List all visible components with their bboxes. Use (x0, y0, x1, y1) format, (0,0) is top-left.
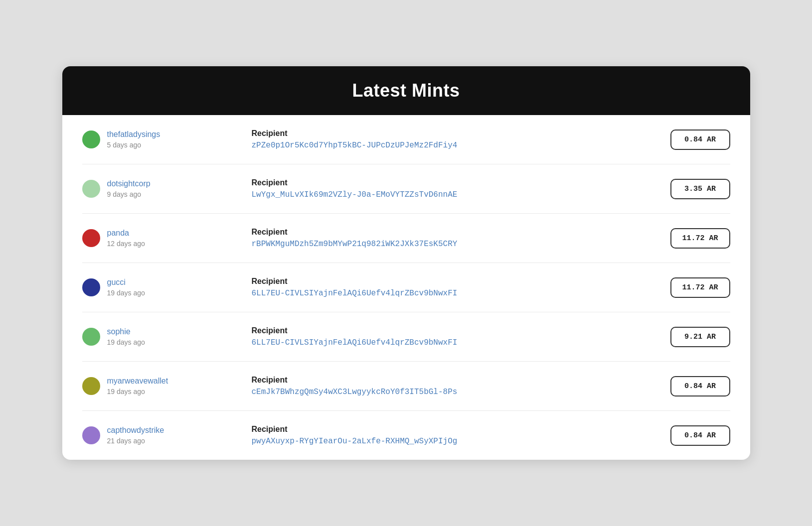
username[interactable]: panda (107, 229, 145, 238)
amount-badge: 3.35 AR (670, 179, 730, 199)
recipient-info: Recipient rBPWKMguMDzh5Zm9bMYwP21q982iWK… (212, 228, 655, 249)
page-title: Latest Mints (82, 80, 730, 101)
user-info: sophie 19 days ago (82, 327, 212, 346)
avatar (82, 278, 100, 296)
recipient-label: Recipient (252, 178, 655, 187)
user-details: sophie 19 days ago (107, 327, 145, 346)
username[interactable]: dotsightcorp (107, 179, 151, 188)
user-details: capthowdystrike 21 days ago (107, 426, 164, 445)
table-row: panda 12 days ago Recipient rBPWKMguMDzh… (82, 214, 730, 263)
recipient-label: Recipient (252, 277, 655, 286)
recipient-info: Recipient LwYgx_MuLvXIk69m2VZly-J0a-EMoV… (212, 178, 655, 199)
user-info: myarweavewallet 19 days ago (82, 377, 212, 395)
user-info: thefatladysings 5 days ago (82, 130, 212, 149)
amount-badge: 9.21 AR (670, 327, 730, 347)
recipient-address[interactable]: 6LL7EU-CIVLSIYajnFelAQi6Uefv4lqrZBcv9bNw… (252, 338, 655, 347)
recipient-info: Recipient 6LL7EU-CIVLSIYajnFelAQi6Uefv4l… (212, 326, 655, 347)
recipient-label: Recipient (252, 376, 655, 385)
amount-badge: 0.84 AR (670, 425, 730, 446)
avatar (82, 328, 100, 346)
time-ago: 19 days ago (107, 388, 168, 395)
amount-badge: 11.72 AR (670, 277, 730, 298)
recipient-info: Recipient 6LL7EU-CIVLSIYajnFelAQi6Uefv4l… (212, 277, 655, 298)
table-row: gucci 19 days ago Recipient 6LL7EU-CIVLS… (82, 263, 730, 312)
time-ago: 19 days ago (107, 289, 145, 297)
recipient-address[interactable]: LwYgx_MuLvXIk69m2VZly-J0a-EMoVYTZZsTvD6n… (252, 190, 655, 199)
table-row: thefatladysings 5 days ago Recipient zPZ… (82, 115, 730, 164)
user-details: panda 12 days ago (107, 229, 145, 248)
user-details: dotsightcorp 9 days ago (107, 179, 151, 198)
time-ago: 12 days ago (107, 240, 145, 248)
recipient-address[interactable]: cEmJk7BWhzgQmSy4wXC3LwgyykcRoY0f3IT5bGl-… (252, 388, 655, 396)
card-header: Latest Mints (62, 66, 750, 115)
user-details: myarweavewallet 19 days ago (107, 377, 168, 395)
time-ago: 19 days ago (107, 338, 145, 346)
username[interactable]: myarweavewallet (107, 377, 168, 386)
time-ago: 9 days ago (107, 190, 151, 198)
latest-mints-card: Latest Mints thefatladysings 5 days ago … (62, 66, 750, 460)
table-row: dotsightcorp 9 days ago Recipient LwYgx_… (82, 164, 730, 214)
recipient-label: Recipient (252, 425, 655, 434)
card-body: thefatladysings 5 days ago Recipient zPZ… (62, 115, 750, 460)
recipient-label: Recipient (252, 228, 655, 237)
username[interactable]: thefatladysings (107, 130, 161, 139)
user-details: gucci 19 days ago (107, 278, 145, 297)
user-info: capthowdystrike 21 days ago (82, 426, 212, 445)
avatar (82, 229, 100, 247)
avatar (82, 180, 100, 198)
recipient-label: Recipient (252, 326, 655, 335)
recipient-info: Recipient pwyAXuyxp-RYgYIearOu-2aLxfe-RX… (212, 425, 655, 446)
username[interactable]: gucci (107, 278, 145, 287)
time-ago: 21 days ago (107, 437, 164, 445)
recipient-address[interactable]: pwyAXuyxp-RYgYIearOu-2aLxfe-RXHMQ_wSyXPI… (252, 437, 655, 446)
user-info: gucci 19 days ago (82, 278, 212, 297)
avatar (82, 377, 100, 395)
time-ago: 5 days ago (107, 141, 161, 149)
recipient-address[interactable]: zPZe0p1Or5Kc0d7YhpT5kBC-JUPcDzUPJeMz2FdF… (252, 141, 655, 150)
username[interactable]: sophie (107, 327, 145, 336)
avatar (82, 426, 100, 444)
amount-badge: 11.72 AR (670, 228, 730, 249)
user-details: thefatladysings 5 days ago (107, 130, 161, 149)
table-row: sophie 19 days ago Recipient 6LL7EU-CIVL… (82, 312, 730, 362)
user-info: panda 12 days ago (82, 229, 212, 248)
table-row: capthowdystrike 21 days ago Recipient pw… (82, 411, 730, 460)
username[interactable]: capthowdystrike (107, 426, 164, 435)
recipient-info: Recipient cEmJk7BWhzgQmSy4wXC3LwgyykcRoY… (212, 376, 655, 396)
recipient-address[interactable]: rBPWKMguMDzh5Zm9bMYwP21q982iWK2JXk37EsK5… (252, 240, 655, 249)
amount-badge: 0.84 AR (670, 130, 730, 150)
recipient-label: Recipient (252, 129, 655, 138)
user-info: dotsightcorp 9 days ago (82, 179, 212, 198)
recipient-address[interactable]: 6LL7EU-CIVLSIYajnFelAQi6Uefv4lqrZBcv9bNw… (252, 289, 655, 298)
avatar (82, 131, 100, 148)
amount-badge: 0.84 AR (670, 376, 730, 396)
recipient-info: Recipient zPZe0p1Or5Kc0d7YhpT5kBC-JUPcDz… (212, 129, 655, 150)
table-row: myarweavewallet 19 days ago Recipient cE… (82, 362, 730, 411)
